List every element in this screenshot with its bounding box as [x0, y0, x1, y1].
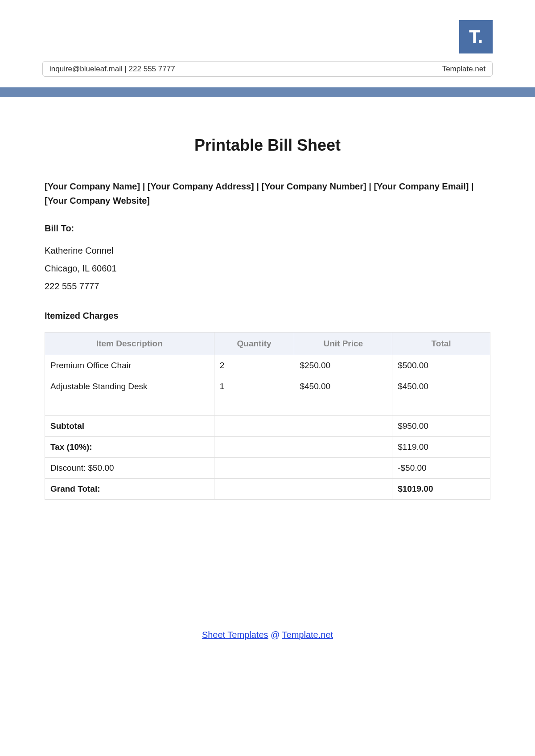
tax-label: Tax (10%):: [45, 437, 214, 458]
cell-empty: [294, 397, 392, 416]
itemized-charges-title: Itemized Charges: [45, 311, 490, 321]
cell-empty: [214, 458, 294, 479]
footer-at: @: [268, 630, 282, 640]
company-address-placeholder[interactable]: [Your Company Address]: [148, 181, 254, 191]
cell-empty: [45, 397, 214, 416]
cell-empty: [294, 437, 392, 458]
company-info: [Your Company Name] | [Your Company Addr…: [45, 179, 490, 208]
tax-value: $119.00: [392, 437, 490, 458]
grand-total-value: $1019.00: [392, 479, 490, 500]
bill-to-phone: 222 555 7777: [45, 277, 490, 295]
header-bar: inquire@blueleaf.mail | 222 555 7777 Tem…: [42, 61, 493, 77]
grand-total-label: Grand Total:: [45, 479, 214, 500]
footer-link-sheet-templates[interactable]: Sheet Templates: [202, 630, 268, 640]
col-total: Total: [392, 333, 490, 355]
subtotal-row: Subtotal $950.00: [45, 416, 490, 437]
cell-empty: [294, 479, 392, 500]
logo-text: T.: [469, 27, 483, 47]
bill-to-address: Chicago, IL 60601: [45, 259, 490, 277]
table-header-row: Item Description Quantity Unit Price Tot…: [45, 333, 490, 355]
col-quantity: Quantity: [214, 333, 294, 355]
cell-empty: [294, 458, 392, 479]
cell-empty: [214, 437, 294, 458]
cell-empty: [214, 479, 294, 500]
charges-table: Item Description Quantity Unit Price Tot…: [45, 332, 490, 500]
cell-unit-price: $250.00: [294, 355, 392, 376]
footer: Sheet Templates @ Template.net: [45, 630, 490, 640]
header-contact: inquire@blueleaf.mail | 222 555 7777: [49, 65, 175, 74]
company-email-placeholder[interactable]: [Your Company Email]: [374, 181, 469, 191]
discount-row: Discount: $50.00 -$50.00: [45, 458, 490, 479]
cell-empty: [214, 416, 294, 437]
bill-to-name: Katherine Connel: [45, 242, 490, 259]
grand-total-row: Grand Total: $1019.00: [45, 479, 490, 500]
page-title: Printable Bill Sheet: [45, 136, 490, 155]
header-brand: Template.net: [442, 65, 486, 74]
col-unit-price: Unit Price: [294, 333, 392, 355]
cell-description: Adjustable Standing Desk: [45, 376, 214, 397]
brand-logo: T.: [459, 20, 493, 53]
cell-unit-price: $450.00: [294, 376, 392, 397]
bill-to-info: Katherine Connel Chicago, IL 60601 222 5…: [45, 242, 490, 295]
table-row: Adjustable Standing Desk 1 $450.00 $450.…: [45, 376, 490, 397]
cell-quantity: 2: [214, 355, 294, 376]
company-website-placeholder[interactable]: [Your Company Website]: [45, 196, 150, 205]
cell-empty: [294, 416, 392, 437]
table-row-empty: [45, 397, 490, 416]
document-content: Printable Bill Sheet [Your Company Name]…: [45, 136, 490, 500]
table-row: Premium Office Chair 2 $250.00 $500.00: [45, 355, 490, 376]
company-number-placeholder[interactable]: [Your Company Number]: [261, 181, 366, 191]
company-name-placeholder[interactable]: [Your Company Name]: [45, 181, 140, 191]
cell-empty: [392, 397, 490, 416]
accent-bar: [0, 87, 535, 97]
discount-label-prefix: Discount:: [50, 463, 86, 472]
cell-empty: [214, 397, 294, 416]
cell-total: $450.00: [392, 376, 490, 397]
footer-link-template-net[interactable]: Template.net: [282, 630, 333, 640]
tax-row: Tax (10%): $119.00: [45, 437, 490, 458]
discount-value: -$50.00: [392, 458, 490, 479]
cell-quantity: 1: [214, 376, 294, 397]
subtotal-value: $950.00: [392, 416, 490, 437]
discount-label: Discount: $50.00: [45, 458, 214, 479]
col-description: Item Description: [45, 333, 214, 355]
bill-to-label: Bill To:: [45, 223, 490, 234]
cell-description: Premium Office Chair: [45, 355, 214, 376]
subtotal-label: Subtotal: [45, 416, 214, 437]
cell-total: $500.00: [392, 355, 490, 376]
discount-label-value: $50.00: [88, 463, 114, 472]
